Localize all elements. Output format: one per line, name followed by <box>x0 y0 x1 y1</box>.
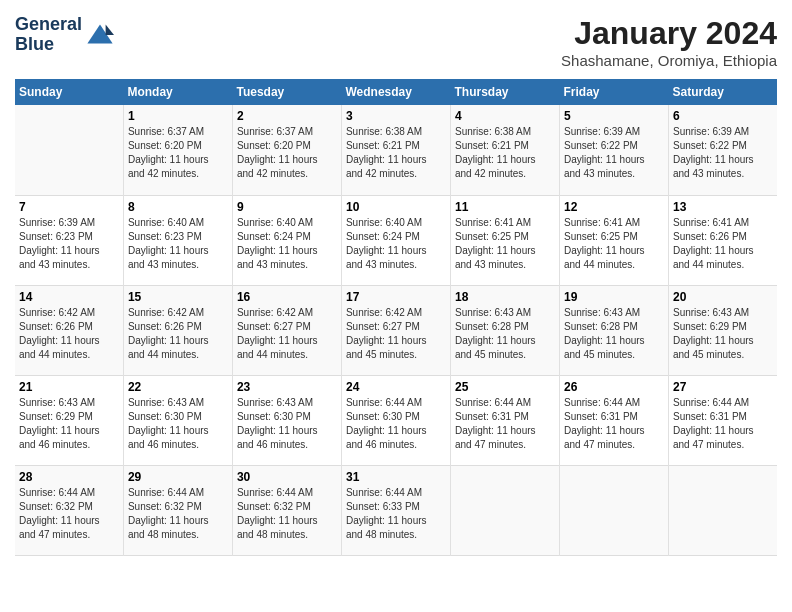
day-number: 6 <box>673 109 773 123</box>
day-info: Sunrise: 6:42 AMSunset: 6:27 PMDaylight:… <box>237 306 337 362</box>
calendar-cell: 30Sunrise: 6:44 AMSunset: 6:32 PMDayligh… <box>232 465 341 555</box>
day-info: Sunrise: 6:39 AMSunset: 6:23 PMDaylight:… <box>19 216 119 272</box>
column-header-friday: Friday <box>559 79 668 105</box>
day-number: 7 <box>19 200 119 214</box>
day-info: Sunrise: 6:43 AMSunset: 6:30 PMDaylight:… <box>128 396 228 452</box>
day-number: 2 <box>237 109 337 123</box>
calendar-cell: 18Sunrise: 6:43 AMSunset: 6:28 PMDayligh… <box>450 285 559 375</box>
day-number: 26 <box>564 380 664 394</box>
main-title: January 2024 <box>561 15 777 52</box>
calendar-cell <box>669 465 778 555</box>
column-header-monday: Monday <box>123 79 232 105</box>
calendar-cell: 25Sunrise: 6:44 AMSunset: 6:31 PMDayligh… <box>450 375 559 465</box>
calendar-cell: 23Sunrise: 6:43 AMSunset: 6:30 PMDayligh… <box>232 375 341 465</box>
day-number: 15 <box>128 290 228 304</box>
day-info: Sunrise: 6:44 AMSunset: 6:31 PMDaylight:… <box>673 396 773 452</box>
day-number: 20 <box>673 290 773 304</box>
day-info: Sunrise: 6:40 AMSunset: 6:24 PMDaylight:… <box>346 216 446 272</box>
calendar-cell: 9Sunrise: 6:40 AMSunset: 6:24 PMDaylight… <box>232 195 341 285</box>
day-info: Sunrise: 6:42 AMSunset: 6:27 PMDaylight:… <box>346 306 446 362</box>
calendar-cell: 5Sunrise: 6:39 AMSunset: 6:22 PMDaylight… <box>559 105 668 195</box>
day-number: 27 <box>673 380 773 394</box>
calendar-cell: 13Sunrise: 6:41 AMSunset: 6:26 PMDayligh… <box>669 195 778 285</box>
day-info: Sunrise: 6:44 AMSunset: 6:31 PMDaylight:… <box>455 396 555 452</box>
day-info: Sunrise: 6:40 AMSunset: 6:23 PMDaylight:… <box>128 216 228 272</box>
day-info: Sunrise: 6:37 AMSunset: 6:20 PMDaylight:… <box>128 125 228 181</box>
week-row-1: 1Sunrise: 6:37 AMSunset: 6:20 PMDaylight… <box>15 105 777 195</box>
day-info: Sunrise: 6:38 AMSunset: 6:21 PMDaylight:… <box>455 125 555 181</box>
day-number: 13 <box>673 200 773 214</box>
calendar-cell: 8Sunrise: 6:40 AMSunset: 6:23 PMDaylight… <box>123 195 232 285</box>
column-header-saturday: Saturday <box>669 79 778 105</box>
calendar-cell: 11Sunrise: 6:41 AMSunset: 6:25 PMDayligh… <box>450 195 559 285</box>
logo-text: GeneralBlue <box>15 15 82 55</box>
calendar-cell: 15Sunrise: 6:42 AMSunset: 6:26 PMDayligh… <box>123 285 232 375</box>
day-info: Sunrise: 6:37 AMSunset: 6:20 PMDaylight:… <box>237 125 337 181</box>
day-number: 21 <box>19 380 119 394</box>
calendar-cell: 19Sunrise: 6:43 AMSunset: 6:28 PMDayligh… <box>559 285 668 375</box>
calendar-cell: 26Sunrise: 6:44 AMSunset: 6:31 PMDayligh… <box>559 375 668 465</box>
calendar-cell: 29Sunrise: 6:44 AMSunset: 6:32 PMDayligh… <box>123 465 232 555</box>
calendar-cell: 3Sunrise: 6:38 AMSunset: 6:21 PMDaylight… <box>341 105 450 195</box>
day-info: Sunrise: 6:39 AMSunset: 6:22 PMDaylight:… <box>673 125 773 181</box>
column-header-wednesday: Wednesday <box>341 79 450 105</box>
column-header-thursday: Thursday <box>450 79 559 105</box>
week-row-3: 14Sunrise: 6:42 AMSunset: 6:26 PMDayligh… <box>15 285 777 375</box>
calendar-cell <box>15 105 123 195</box>
day-info: Sunrise: 6:41 AMSunset: 6:25 PMDaylight:… <box>564 216 664 272</box>
day-number: 25 <box>455 380 555 394</box>
day-info: Sunrise: 6:42 AMSunset: 6:26 PMDaylight:… <box>128 306 228 362</box>
calendar-cell: 17Sunrise: 6:42 AMSunset: 6:27 PMDayligh… <box>341 285 450 375</box>
calendar-table: SundayMondayTuesdayWednesdayThursdayFrid… <box>15 79 777 556</box>
day-info: Sunrise: 6:43 AMSunset: 6:28 PMDaylight:… <box>455 306 555 362</box>
day-number: 29 <box>128 470 228 484</box>
day-number: 11 <box>455 200 555 214</box>
day-number: 24 <box>346 380 446 394</box>
day-info: Sunrise: 6:43 AMSunset: 6:30 PMDaylight:… <box>237 396 337 452</box>
logo-icon <box>86 21 114 49</box>
calendar-cell <box>450 465 559 555</box>
subtitle: Shashamane, Oromiya, Ethiopia <box>561 52 777 69</box>
day-info: Sunrise: 6:39 AMSunset: 6:22 PMDaylight:… <box>564 125 664 181</box>
day-number: 31 <box>346 470 446 484</box>
svg-marker-1 <box>106 24 114 35</box>
day-info: Sunrise: 6:41 AMSunset: 6:25 PMDaylight:… <box>455 216 555 272</box>
day-number: 14 <box>19 290 119 304</box>
day-info: Sunrise: 6:44 AMSunset: 6:32 PMDaylight:… <box>128 486 228 542</box>
day-info: Sunrise: 6:42 AMSunset: 6:26 PMDaylight:… <box>19 306 119 362</box>
calendar-cell: 22Sunrise: 6:43 AMSunset: 6:30 PMDayligh… <box>123 375 232 465</box>
calendar-cell: 16Sunrise: 6:42 AMSunset: 6:27 PMDayligh… <box>232 285 341 375</box>
day-number: 8 <box>128 200 228 214</box>
day-info: Sunrise: 6:41 AMSunset: 6:26 PMDaylight:… <box>673 216 773 272</box>
calendar-cell <box>559 465 668 555</box>
calendar-cell: 4Sunrise: 6:38 AMSunset: 6:21 PMDaylight… <box>450 105 559 195</box>
day-number: 30 <box>237 470 337 484</box>
calendar-cell: 31Sunrise: 6:44 AMSunset: 6:33 PMDayligh… <box>341 465 450 555</box>
day-number: 19 <box>564 290 664 304</box>
calendar-cell: 7Sunrise: 6:39 AMSunset: 6:23 PMDaylight… <box>15 195 123 285</box>
week-row-4: 21Sunrise: 6:43 AMSunset: 6:29 PMDayligh… <box>15 375 777 465</box>
header-row: SundayMondayTuesdayWednesdayThursdayFrid… <box>15 79 777 105</box>
calendar-cell: 1Sunrise: 6:37 AMSunset: 6:20 PMDaylight… <box>123 105 232 195</box>
week-row-5: 28Sunrise: 6:44 AMSunset: 6:32 PMDayligh… <box>15 465 777 555</box>
day-info: Sunrise: 6:44 AMSunset: 6:33 PMDaylight:… <box>346 486 446 542</box>
calendar-cell: 27Sunrise: 6:44 AMSunset: 6:31 PMDayligh… <box>669 375 778 465</box>
calendar-cell: 12Sunrise: 6:41 AMSunset: 6:25 PMDayligh… <box>559 195 668 285</box>
day-number: 17 <box>346 290 446 304</box>
title-block: January 2024 Shashamane, Oromiya, Ethiop… <box>561 15 777 69</box>
column-header-tuesday: Tuesday <box>232 79 341 105</box>
day-number: 5 <box>564 109 664 123</box>
calendar-cell: 21Sunrise: 6:43 AMSunset: 6:29 PMDayligh… <box>15 375 123 465</box>
day-number: 9 <box>237 200 337 214</box>
day-info: Sunrise: 6:43 AMSunset: 6:29 PMDaylight:… <box>673 306 773 362</box>
calendar-cell: 10Sunrise: 6:40 AMSunset: 6:24 PMDayligh… <box>341 195 450 285</box>
day-info: Sunrise: 6:44 AMSunset: 6:32 PMDaylight:… <box>237 486 337 542</box>
page-header: GeneralBlue January 2024 Shashamane, Oro… <box>15 15 777 69</box>
day-number: 12 <box>564 200 664 214</box>
logo: GeneralBlue <box>15 15 114 55</box>
day-info: Sunrise: 6:44 AMSunset: 6:31 PMDaylight:… <box>564 396 664 452</box>
day-info: Sunrise: 6:44 AMSunset: 6:30 PMDaylight:… <box>346 396 446 452</box>
day-number: 1 <box>128 109 228 123</box>
calendar-cell: 28Sunrise: 6:44 AMSunset: 6:32 PMDayligh… <box>15 465 123 555</box>
day-number: 3 <box>346 109 446 123</box>
